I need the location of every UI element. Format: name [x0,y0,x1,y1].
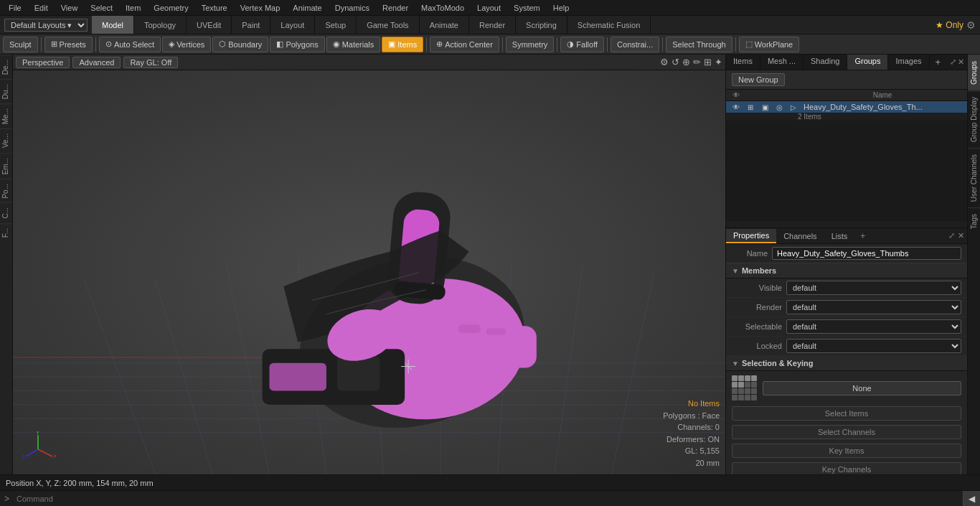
raygl-button[interactable]: Ray GL: Off [123,57,178,68]
sk-section-header[interactable]: ▼ Selection & Keying [726,356,967,371]
menu-system[interactable]: System [508,2,546,14]
tab-setup[interactable]: Setup [315,16,357,34]
menu-render[interactable]: Render [377,2,414,14]
menu-geometry[interactable]: Geometry [148,2,194,14]
star-button[interactable]: ★ Only [936,20,963,30]
props-close-icon[interactable]: ✕ [958,231,964,240]
viewport-icon-3[interactable]: ⊕ [682,57,690,67]
select-through-button[interactable]: Select Through [666,37,732,52]
tab-model[interactable]: Model [92,16,134,34]
action-center-button[interactable]: ⊕ Action Center [430,37,499,52]
auto-select-button[interactable]: ⊙ Auto Select [99,37,161,52]
menu-view[interactable]: View [55,2,84,14]
left-tab-6[interactable]: Po... [0,179,12,203]
left-tab-8[interactable]: F... [0,223,12,242]
visible-select[interactable]: default [786,281,961,295]
viewport-icon-6[interactable]: ✦ [715,57,722,67]
none-button[interactable]: None [763,381,961,395]
boundary-button[interactable]: ⬡ Boundary [212,37,268,52]
perspective-button[interactable]: Perspective [16,57,70,68]
rv-tab-user-channels[interactable]: User Channels [968,148,980,207]
menu-maxtomodo[interactable]: MaxToModo [415,2,470,14]
tab-uvedit[interactable]: UVEdit [187,16,232,34]
viewport-canvas[interactable]: No Items Polygons : Face Channels: 0 Def… [13,70,725,474]
svg-rect-21 [455,318,487,367]
tab-paint[interactable]: Paint [232,16,270,34]
falloff-button[interactable]: ◑ Falloff [560,37,604,52]
tab-layout[interactable]: Layout [270,16,315,34]
tab-topology[interactable]: Topology [134,16,187,34]
items-button[interactable]: ▣ Items [382,37,423,52]
menu-layout[interactable]: Layout [471,2,507,14]
members-section-header[interactable]: ▼ Members [726,263,967,278]
materials-icon: ◉ [333,39,340,49]
axis-indicator: X Y Z [20,431,56,467]
rp-tab-shading[interactable]: Shading [804,55,847,70]
viewport-icon-2[interactable]: ↺ [672,57,679,67]
props-expand-icon[interactable]: ⤢ [948,231,955,240]
left-tab-7[interactable]: C... [0,202,12,223]
left-tab-1[interactable]: De... [0,55,12,79]
menu-vertex-map[interactable]: Vertex Map [235,2,286,14]
menu-help[interactable]: Help [547,2,575,14]
rp-expand-icon[interactable]: ⤢ [950,57,956,67]
tab-game-tools[interactable]: Game Tools [357,16,420,34]
layout-select[interactable]: Default Layouts ▾ [4,19,88,32]
key-items-button[interactable]: Key Items [732,444,961,458]
viewport[interactable]: Perspective Advanced Ray GL: Off ⚙ ↺ ⊕ ✏… [13,55,725,474]
presets-button[interactable]: ⊞ Presets [44,37,93,52]
menu-select[interactable]: Select [85,2,118,14]
polygons-button[interactable]: ◧ Polygons [270,37,324,52]
rp-close-icon[interactable]: ✕ [958,57,964,67]
render-select[interactable]: default [786,300,961,314]
new-group-button[interactable]: New Group [732,73,785,86]
materials-button[interactable]: ◉ Materials [326,37,381,52]
group-row[interactable]: 👁 ⊞ ▣ ◎ ▷ Heavy_Duty_Safety_Gloves_Th... [726,101,967,113]
rp-tabs: Items Mesh ... Shading Groups Images + ⤢… [726,55,967,70]
rp-tab-plus[interactable]: + [930,55,947,70]
tab-render[interactable]: Render [469,16,516,34]
menu-edit[interactable]: Edit [29,2,54,14]
menu-item[interactable]: Item [120,2,146,14]
locked-select[interactable]: default [786,339,961,353]
vertices-button[interactable]: ◈ Vertices [162,37,211,52]
left-tab-3[interactable]: Me... [0,103,12,128]
workplane-button[interactable]: ⬚ WorkPlane [739,37,800,52]
props-tab-channels[interactable]: Channels [776,230,824,243]
left-tab-4[interactable]: Ve... [0,128,12,152]
rp-tab-items[interactable]: Items [726,55,760,70]
props-tab-lists[interactable]: Lists [824,230,855,243]
constraint-button[interactable]: Constrai... [611,37,659,52]
settings-icon[interactable]: ⚙ [966,19,976,31]
rp-tab-groups[interactable]: Groups [847,55,888,70]
menu-texture[interactable]: Texture [196,2,233,14]
selectable-select[interactable]: default [786,319,961,334]
select-channels-button[interactable]: Select Channels [732,425,961,439]
symmetry-button[interactable]: Symmetry [506,37,555,52]
rp-tab-images[interactable]: Images [888,55,929,70]
rv-tab-groups[interactable]: Groups [968,55,980,90]
props-tab-properties[interactable]: Properties [726,229,776,243]
viewport-icon-4[interactable]: ✏ [693,57,701,67]
command-input[interactable] [14,493,963,505]
viewport-icon-5[interactable]: ⊞ [704,57,712,67]
rv-tab-tags[interactable]: Tags [968,207,980,235]
menu-dynamics[interactable]: Dynamics [329,2,375,14]
rp-tab-mesh[interactable]: Mesh ... [760,55,804,70]
tab-scripting[interactable]: Scripting [516,16,567,34]
menu-file[interactable]: File [3,2,27,14]
advanced-button[interactable]: Advanced [72,57,121,68]
sculpt-button[interactable]: Sculpt [3,37,38,52]
left-tab-2[interactable]: Du... [0,79,12,103]
tab-animate[interactable]: Animate [420,16,469,34]
menu-animate[interactable]: Animate [287,2,327,14]
command-send-button[interactable]: ◀ [963,491,980,507]
left-tab-5[interactable]: Em... [0,153,12,179]
viewport-icon-1[interactable]: ⚙ [660,57,669,67]
tab-schematic-fusion[interactable]: Schematic Fusion [567,16,651,34]
name-input[interactable] [772,247,961,260]
rv-tab-group-display[interactable]: Group Display [968,90,980,148]
props-tab-plus[interactable]: + [854,229,871,243]
select-items-button[interactable]: Select Items [732,406,961,421]
key-channels-button[interactable]: Key Channels [732,462,961,474]
